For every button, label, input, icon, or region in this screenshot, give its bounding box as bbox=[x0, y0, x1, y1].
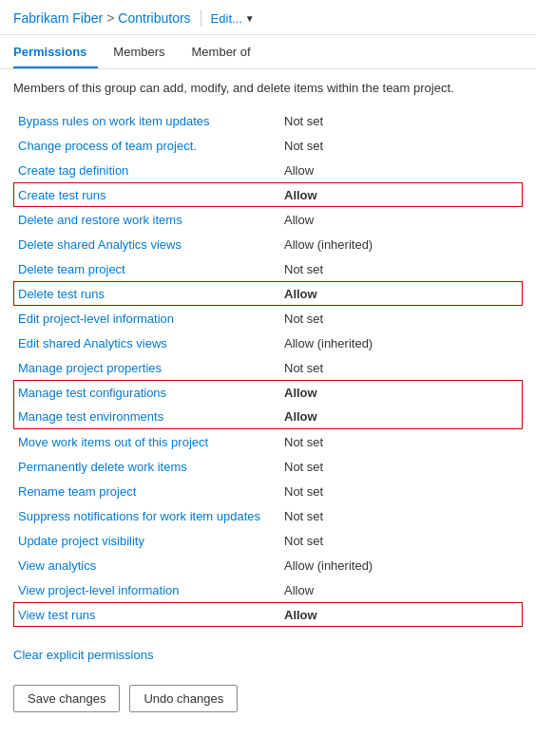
permission-name[interactable]: Suppress notifications for work item upd… bbox=[14, 506, 280, 526]
table-row: Change process of team project.Not set bbox=[13, 133, 523, 158]
header-divider bbox=[201, 9, 201, 27]
table-row: View test runsAllow bbox=[13, 602, 523, 627]
permission-value: Not set bbox=[280, 358, 522, 378]
permission-value: Allow bbox=[280, 580, 522, 600]
permission-name[interactable]: Update project visibility bbox=[14, 531, 280, 551]
permission-value: Not set bbox=[280, 309, 522, 329]
permission-value: Allow bbox=[280, 210, 522, 230]
breadcrumb: Fabrikam Fiber > Contributors bbox=[13, 10, 191, 26]
tabs-bar: Permissions Members Member of bbox=[0, 35, 536, 69]
tab-member-of[interactable]: Member of bbox=[192, 35, 262, 68]
permission-value: Allow bbox=[280, 185, 522, 205]
permission-name[interactable]: Delete shared Analytics views bbox=[14, 235, 280, 255]
table-row: Permanently delete work itemsNot set bbox=[13, 454, 523, 479]
table-row: Create test runsAllow bbox=[13, 182, 523, 207]
table-row: Manage project propertiesNot set bbox=[13, 355, 523, 380]
permission-name[interactable]: Edit shared Analytics views bbox=[14, 333, 280, 353]
permission-value: Allow bbox=[280, 161, 522, 180]
table-row: Bypass rules on work item updatesNot set bbox=[13, 108, 523, 133]
table-row: View project-level informationAllow bbox=[13, 577, 523, 602]
permission-name[interactable]: Change process of team project. bbox=[14, 136, 280, 156]
permission-value: Not set bbox=[280, 259, 522, 279]
table-row: Delete team projectNot set bbox=[13, 256, 523, 281]
header: Fabrikam Fiber > Contributors Edit... ▼ bbox=[0, 0, 536, 35]
permission-value: Allow (inherited) bbox=[280, 235, 522, 255]
permission-name[interactable]: Bypass rules on work item updates bbox=[14, 111, 280, 131]
table-row: Create tag definitionAllow bbox=[13, 158, 523, 182]
permission-value: Not set bbox=[280, 432, 522, 452]
table-row: View analyticsAllow (inherited) bbox=[13, 553, 523, 577]
table-row: Manage test configurationsAllow bbox=[13, 380, 523, 405]
table-row: Edit shared Analytics viewsAllow (inheri… bbox=[13, 331, 523, 355]
main-content: Members of this group can add, modify, a… bbox=[0, 69, 536, 638]
permission-value: Allow bbox=[280, 383, 522, 403]
permission-name[interactable]: Manage test configurations bbox=[14, 383, 280, 403]
permission-value: Not set bbox=[280, 111, 522, 131]
tab-permissions[interactable]: Permissions bbox=[13, 35, 98, 68]
chevron-down-icon: ▼ bbox=[245, 13, 255, 24]
tab-members[interactable]: Members bbox=[113, 35, 176, 68]
permission-name[interactable]: Rename team project bbox=[14, 482, 280, 501]
permission-name[interactable]: Create test runs bbox=[14, 185, 280, 205]
footer: Clear explicit permissions Save changes … bbox=[0, 638, 536, 726]
permission-value: Not set bbox=[280, 531, 522, 551]
table-row: Rename team projectNot set bbox=[13, 479, 523, 503]
table-row: Delete shared Analytics viewsAllow (inhe… bbox=[13, 232, 523, 256]
permission-name[interactable]: Delete test runs bbox=[14, 284, 280, 304]
permission-name[interactable]: View analytics bbox=[14, 556, 280, 576]
table-row: Manage test environmentsAllow bbox=[13, 405, 523, 429]
permission-value: Not set bbox=[280, 136, 522, 156]
table-row: Edit project-level informationNot set bbox=[13, 306, 523, 331]
permission-name[interactable]: Create tag definition bbox=[14, 161, 280, 180]
edit-dropdown[interactable]: Edit... ▼ bbox=[211, 11, 255, 26]
table-row: Update project visibilityNot set bbox=[13, 528, 523, 553]
breadcrumb-sep1: > bbox=[106, 10, 114, 26]
permission-value: Allow (inherited) bbox=[280, 333, 522, 353]
permission-value: Not set bbox=[280, 506, 522, 526]
table-row: Suppress notifications for work item upd… bbox=[13, 503, 523, 528]
group-description: Members of this group can add, modify, a… bbox=[13, 81, 523, 95]
permissions-table: Bypass rules on work item updatesNot set… bbox=[13, 108, 523, 627]
permission-value: Allow bbox=[280, 605, 522, 625]
permission-name[interactable]: Permanently delete work items bbox=[14, 457, 280, 477]
permission-name[interactable]: Edit project-level information bbox=[14, 309, 280, 329]
clear-permissions-link[interactable]: Clear explicit permissions bbox=[13, 648, 153, 662]
permission-value: Allow bbox=[280, 406, 522, 426]
permission-name[interactable]: Delete team project bbox=[14, 259, 280, 279]
table-row: Delete and restore work itemsAllow bbox=[13, 207, 523, 232]
permission-name[interactable]: Manage test environments bbox=[14, 406, 280, 426]
table-row: Move work items out of this projectNot s… bbox=[13, 429, 523, 454]
org-link[interactable]: Fabrikam Fiber bbox=[13, 10, 103, 26]
permission-value: Allow bbox=[280, 284, 522, 304]
permission-name[interactable]: View project-level information bbox=[14, 580, 280, 600]
action-buttons: Save changes Undo changes bbox=[13, 685, 523, 712]
permission-value: Allow (inherited) bbox=[280, 556, 522, 576]
permission-name[interactable]: Delete and restore work items bbox=[14, 210, 280, 230]
permission-value: Not set bbox=[280, 457, 522, 477]
undo-button[interactable]: Undo changes bbox=[129, 685, 238, 712]
table-row: Delete test runsAllow bbox=[13, 281, 523, 306]
save-button[interactable]: Save changes bbox=[13, 685, 120, 712]
permission-name[interactable]: View test runs bbox=[14, 605, 280, 625]
permission-name[interactable]: Move work items out of this project bbox=[14, 432, 280, 452]
group-link[interactable]: Contributors bbox=[118, 10, 190, 26]
permission-value: Not set bbox=[280, 482, 522, 501]
edit-label: Edit... bbox=[211, 11, 242, 26]
permission-name[interactable]: Manage project properties bbox=[14, 358, 280, 378]
